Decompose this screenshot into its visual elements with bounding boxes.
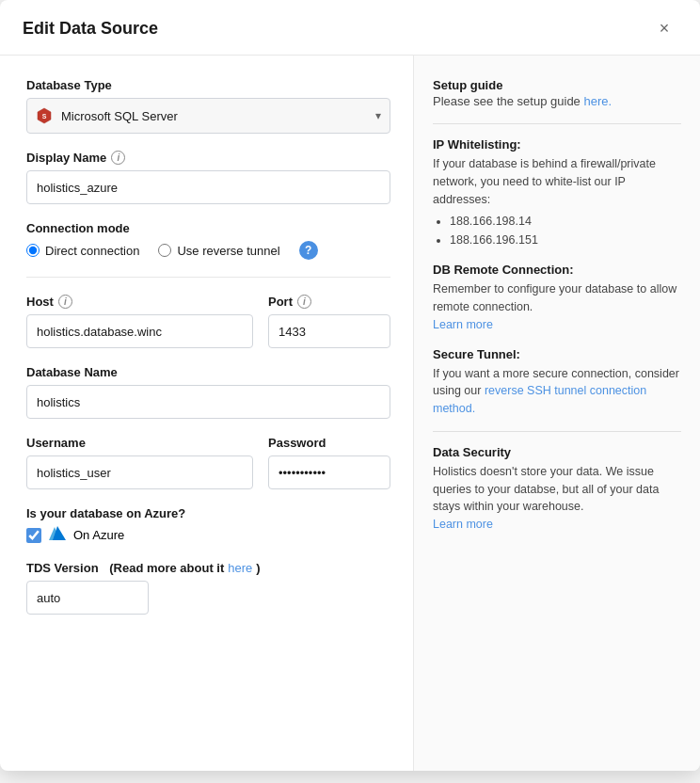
tds-label: TDS Version (Read more about it here ) — [26, 561, 390, 575]
ip-address-1: 188.166.198.14 — [450, 212, 681, 231]
db-remote-text: Remember to configure your database to a… — [433, 280, 681, 333]
port-info-icon[interactable]: i — [297, 295, 311, 309]
db-remote-title: DB Remote Connection: — [433, 263, 681, 277]
connection-mode-group: Connection mode Direct connection Use re… — [26, 221, 390, 260]
direct-connection-radio[interactable] — [26, 244, 40, 257]
left-panel: Database Type S Microsoft SQL Server ▾ — [0, 56, 414, 771]
database-name-input[interactable] — [26, 385, 390, 419]
display-name-group: Display Name i — [26, 151, 390, 204]
secure-tunnel-section: Secure Tunnel: If you want a more secure… — [433, 347, 681, 418]
reverse-tunnel-option[interactable]: Use reverse tunnel — [158, 244, 279, 258]
sql-server-icon: S — [36, 107, 53, 124]
password-group: Password — [268, 436, 390, 489]
db-remote-learn-more-link[interactable]: Learn more — [433, 318, 493, 331]
db-remote-section: DB Remote Connection: Remember to config… — [433, 263, 681, 333]
database-name-group: Database Name — [26, 365, 390, 419]
host-port-row: Host i Port i — [26, 295, 390, 365]
connection-mode-options: Direct connection Use reverse tunnel ? — [26, 241, 390, 260]
port-group: Port i — [268, 295, 390, 348]
host-input[interactable] — [26, 314, 253, 348]
connection-mode-label: Connection mode — [26, 221, 390, 235]
close-button[interactable]: × — [651, 15, 677, 41]
host-info-icon[interactable]: i — [58, 295, 72, 309]
display-name-info-icon[interactable]: i — [111, 151, 125, 165]
setup-guide-section: Setup guide Please see the setup guide h… — [433, 78, 681, 108]
data-security-title: Data Security — [433, 445, 681, 459]
right-divider-1 — [433, 123, 681, 124]
modal-body: Database Type S Microsoft SQL Server ▾ — [0, 56, 700, 771]
azure-icon — [49, 526, 66, 544]
azure-checkbox-row: On Azure — [26, 526, 390, 544]
port-label: Port i — [268, 295, 390, 309]
data-security-section: Data Security Holistics doesn't store yo… — [433, 445, 681, 534]
azure-label: Is your database on Azure? — [26, 506, 390, 520]
azure-checkbox[interactable] — [26, 528, 41, 543]
form-divider — [26, 277, 390, 278]
database-type-group: Database Type S Microsoft SQL Server ▾ — [26, 78, 390, 134]
edit-datasource-modal: Edit Data Source × Database Type S — [0, 0, 700, 771]
username-password-row: Username Password — [26, 436, 390, 506]
right-panel: Setup guide Please see the setup guide h… — [414, 56, 700, 771]
secure-tunnel-text: If you want a more secure connection, co… — [433, 365, 681, 418]
port-input[interactable] — [268, 314, 390, 348]
host-group: Host i — [26, 295, 253, 348]
svg-text:S: S — [42, 113, 47, 120]
data-security-learn-more-link[interactable]: Learn more — [433, 518, 493, 531]
display-name-input[interactable] — [26, 170, 390, 204]
reverse-tunnel-radio[interactable] — [158, 244, 171, 257]
username-group: Username — [26, 436, 253, 489]
setup-guide-title: Setup guide — [433, 78, 681, 92]
database-type-label: Database Type — [26, 78, 390, 92]
azure-group: Is your database on Azure? On Azure — [26, 506, 390, 544]
right-divider-2 — [433, 431, 681, 432]
tds-version-input[interactable] — [26, 581, 149, 615]
tds-group: TDS Version (Read more about it here ) — [26, 561, 390, 615]
password-label: Password — [268, 436, 390, 450]
ip-whitelist-title: IP Whitelisting: — [433, 137, 681, 152]
ip-address-2: 188.166.196.151 — [450, 231, 681, 249]
database-name-label: Database Name — [26, 365, 390, 379]
ip-address-list: 188.166.198.14 188.166.196.151 — [433, 212, 681, 249]
ip-whitelist-text: If your database is behind a firewall/pr… — [433, 155, 681, 208]
username-label: Username — [26, 436, 253, 450]
display-name-label: Display Name i — [26, 151, 390, 165]
database-type-select-wrapper: S Microsoft SQL Server ▾ — [26, 98, 390, 134]
modal-header: Edit Data Source × — [0, 0, 700, 56]
setup-guide-link[interactable]: here. — [583, 94, 612, 108]
secure-tunnel-title: Secure Tunnel: — [433, 347, 681, 361]
modal-title: Edit Data Source — [23, 19, 158, 39]
password-input[interactable] — [268, 455, 390, 489]
connection-mode-help-icon[interactable]: ? — [299, 241, 318, 260]
database-type-select[interactable]: Microsoft SQL Server — [26, 98, 390, 134]
ip-whitelist-section: IP Whitelisting: If your database is beh… — [433, 137, 681, 249]
tds-here-link[interactable]: here — [228, 561, 252, 575]
direct-connection-option[interactable]: Direct connection — [26, 244, 139, 258]
username-input[interactable] — [26, 455, 253, 489]
data-security-text: Holistics doesn't store your data. We is… — [433, 463, 681, 534]
host-label: Host i — [26, 295, 253, 309]
